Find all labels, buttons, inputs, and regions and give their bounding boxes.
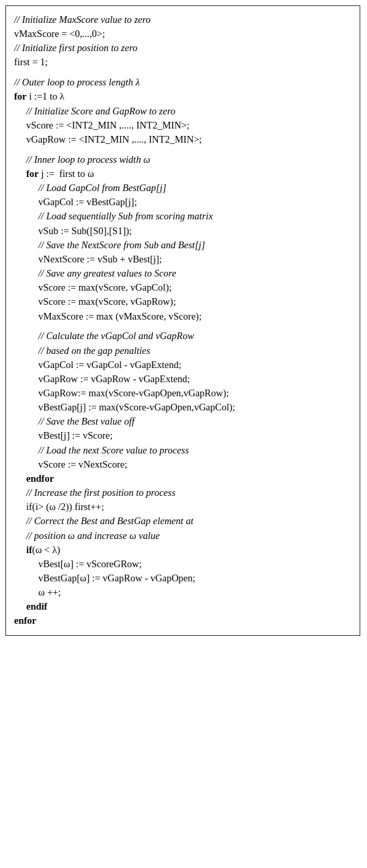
code-line: vBestGap[ω] := vGapRow - vGapOpen; [14, 571, 352, 585]
code-container: // Initialize MaxScore value to zerovMax… [5, 5, 360, 636]
code-line: vScore := vNextScore; [14, 458, 352, 472]
code-line: vGapRow:= max(vScore-vGapOpen,vGapRow); [14, 386, 352, 400]
code-line: for j := first to ω [14, 167, 352, 181]
code-line: vMaxScore = <0,...,0>; [14, 27, 352, 41]
code-line: vBest[ω] := vScoreGRow; [14, 557, 352, 571]
code-line: vGapCol := vBestGap[j]; [14, 195, 352, 209]
code-line [14, 70, 352, 76]
code-line: // Load GapCol from BestGap[j] [14, 181, 352, 195]
code-line: vBest[j] := vScore; [14, 429, 352, 443]
code-line: vGapRow := <INT2_MIN ,...., INT2_MIN>; [14, 133, 352, 147]
code-line: vBestGap[j] := max(vScore-vGapOpen,vGapC… [14, 400, 352, 414]
code-line: if(ω < λ) [14, 543, 352, 557]
code-line: // Initialize Score and GapRow to zero [14, 104, 352, 118]
code-line: vMaxScore := max (vMaxScore, vScore); [14, 310, 352, 324]
code-line: // Initialize MaxScore value to zero [14, 13, 352, 27]
code-line: // position ω and increase ω value [14, 529, 352, 543]
code-line [14, 324, 352, 330]
code-line: // Initialize first position to zero [14, 41, 352, 55]
code-line [14, 147, 352, 153]
code-line: if(i> (ω /2)) first++; [14, 500, 352, 514]
code-line: // Save the NextScore from Sub and Best[… [14, 238, 352, 252]
code-line: vScore := max(vScore, vGapCol); [14, 281, 352, 295]
code-line: // Load the next Score value to process [14, 443, 352, 458]
code-line: vScore := <INT2_MIN ,...., INT2_MIN>; [14, 118, 352, 133]
code-line: // based on the gap penalties [14, 344, 352, 358]
code-line: first = 1; [14, 55, 352, 69]
code-line: // Correct the Best and BestGap element … [14, 514, 352, 528]
code-line: enfor [14, 614, 352, 628]
code-line: // Save the Best value off [14, 414, 352, 429]
code-line: vSub := Sub([S0],[S1]); [14, 224, 352, 238]
code-line: // Inner loop to process width ω [14, 153, 352, 167]
code-line: vScore := max(vScore, vGapRow); [14, 295, 352, 309]
code-line: // Calculate the vGapCol and vGapRow [14, 329, 352, 343]
code-line: vGapCol := vGapCol - vGapExtend; [14, 358, 352, 372]
code-line: endfor [14, 472, 352, 486]
code-line: // Load sequentially Sub from scoring ma… [14, 209, 352, 223]
code-line: // Increase the first position to proces… [14, 486, 352, 500]
code-line: endif [14, 600, 352, 614]
code-line: // Outer loop to process length λ [14, 75, 352, 89]
code-line: for i :=1 to λ [14, 89, 352, 104]
code-line: ω ++; [14, 585, 352, 600]
code-block: // Initialize MaxScore value to zerovMax… [14, 13, 352, 628]
code-line: vGapRow := vGapRow - vGapExtend; [14, 372, 352, 386]
code-line: vNextScore := vSub + vBest[j]; [14, 252, 352, 266]
code-line: // Save any greatest values to Score [14, 266, 352, 281]
